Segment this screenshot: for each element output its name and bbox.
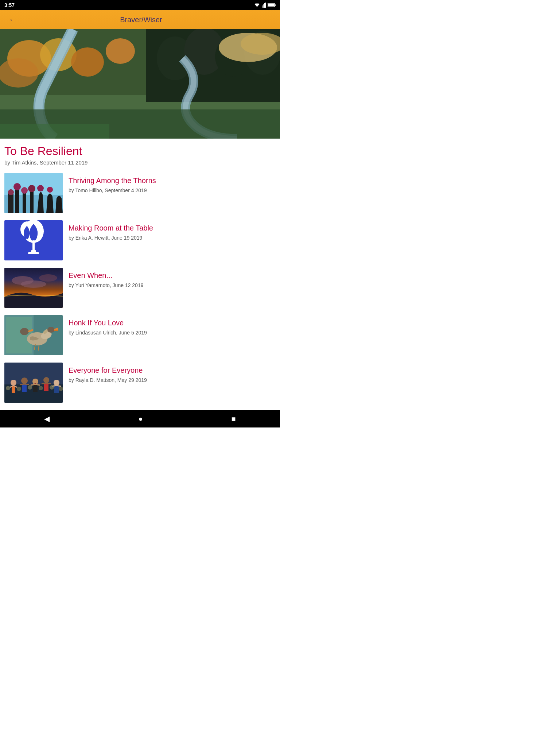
svg-point-54 — [11, 380, 16, 386]
status-icons — [254, 3, 276, 8]
svg-line-60 — [20, 384, 24, 384]
wifi-icon — [254, 3, 260, 8]
article-item-3[interactable]: Even When... by Yuri Yamamoto, June 12 2… — [4, 268, 276, 308]
status-bar: 3:57 — [0, 0, 280, 10]
svg-rect-2 — [262, 5, 262, 8]
svg-point-76 — [28, 385, 32, 390]
svg-rect-38 — [32, 240, 35, 251]
content-area: To Be Resilient by Tim Atkins, September… — [0, 139, 280, 403]
battery-icon — [268, 3, 276, 7]
svg-rect-37 — [28, 252, 39, 254]
article-title-3: Even When... — [69, 271, 276, 280]
svg-point-75 — [17, 387, 21, 391]
svg-point-32 — [47, 187, 53, 193]
article-thumb-4 — [4, 315, 63, 355]
svg-point-74 — [6, 386, 10, 390]
svg-point-77 — [39, 386, 43, 390]
svg-line-64 — [31, 384, 35, 385]
article-item-1[interactable]: Thriving Among the Thorns by Tomo Hillbo… — [4, 173, 276, 213]
top-bar: ← Braver/Wiser — [0, 10, 280, 29]
svg-point-31 — [37, 185, 44, 191]
svg-point-13 — [71, 47, 104, 77]
svg-point-42 — [21, 280, 46, 288]
main-article-meta: by Tim Atkins, September 11 2019 — [4, 159, 276, 166]
article-title-5: Everyone for Everyone — [69, 365, 276, 375]
article-meta-3: by Yuri Yamamoto, June 12 2019 — [69, 282, 276, 288]
article-thumb-5 — [4, 363, 63, 403]
svg-point-78 — [50, 385, 54, 390]
svg-point-15 — [106, 38, 135, 64]
svg-line-69 — [46, 383, 51, 384]
svg-rect-63 — [33, 384, 38, 392]
svg-line-65 — [35, 384, 40, 385]
article-item-5[interactable]: Everyone for Everyone by Rayla D. Mattso… — [4, 363, 276, 403]
article-info-4: Honk If You Love by Lindasusan Ulrich, J… — [69, 315, 276, 336]
main-article-title: To Be Resilient — [4, 144, 276, 158]
nav-home-button[interactable]: ● — [132, 412, 148, 426]
article-info-1: Thriving Among the Thorns by Tomo Hillbo… — [69, 173, 276, 193]
article-title-2: Making Room at the Table — [69, 223, 276, 233]
svg-point-29 — [28, 185, 35, 192]
svg-point-41 — [39, 274, 57, 282]
article-thumb-3 — [4, 268, 63, 308]
svg-rect-5 — [265, 3, 266, 8]
article-thumb-1 — [4, 173, 63, 213]
svg-line-73 — [57, 386, 61, 386]
svg-rect-45 — [6, 317, 32, 353]
svg-point-66 — [43, 377, 49, 383]
svg-line-68 — [42, 383, 46, 384]
svg-rect-24 — [0, 124, 109, 139]
article-thumb-2 — [4, 220, 63, 260]
article-meta-5: by Rayla D. Mattson, May 29 2019 — [69, 377, 276, 383]
svg-point-48 — [47, 327, 55, 333]
svg-rect-4 — [264, 3, 265, 8]
svg-point-70 — [54, 380, 59, 386]
status-time: 3:57 — [4, 2, 15, 8]
svg-rect-3 — [263, 4, 264, 8]
svg-point-51 — [20, 328, 29, 335]
bottom-nav: ◀ ● ■ — [0, 410, 280, 427]
nav-recents-button[interactable]: ■ — [225, 412, 241, 426]
back-button[interactable]: ← — [6, 13, 20, 26]
svg-point-14 — [0, 58, 38, 88]
svg-point-27 — [13, 183, 21, 190]
svg-rect-59 — [22, 384, 27, 392]
hero-svg — [0, 29, 280, 139]
article-title-4: Honk If You Love — [69, 318, 276, 328]
signal-icon — [262, 3, 266, 8]
nav-back-button[interactable]: ◀ — [38, 411, 55, 426]
svg-point-58 — [21, 378, 28, 384]
svg-rect-7 — [275, 4, 276, 6]
page-title: Braver/Wiser — [20, 16, 262, 24]
article-item-2[interactable]: Making Room at the Table by Erika A. Hew… — [4, 220, 276, 260]
article-meta-4: by Lindasusan Ulrich, June 5 2019 — [69, 330, 276, 336]
svg-rect-8 — [268, 4, 274, 7]
article-info-5: Everyone for Everyone by Rayla D. Mattso… — [69, 363, 276, 383]
article-meta-2: by Erika A. Hewitt, June 19 2019 — [69, 235, 276, 241]
svg-line-61 — [24, 384, 29, 384]
svg-rect-67 — [44, 383, 48, 391]
article-info-2: Making Room at the Table by Erika A. Hew… — [69, 220, 276, 241]
article-meta-1: by Tomo Hillbo, September 4 2019 — [69, 187, 276, 193]
svg-point-28 — [21, 187, 28, 194]
article-title-1: Thriving Among the Thorns — [69, 176, 276, 185]
svg-rect-71 — [54, 386, 59, 393]
svg-point-30 — [8, 189, 14, 195]
hero-image — [0, 29, 280, 139]
article-info-3: Even When... by Yuri Yamamoto, June 12 2… — [69, 268, 276, 288]
article-item-4[interactable]: Honk If You Love by Lindasusan Ulrich, J… — [4, 315, 276, 355]
